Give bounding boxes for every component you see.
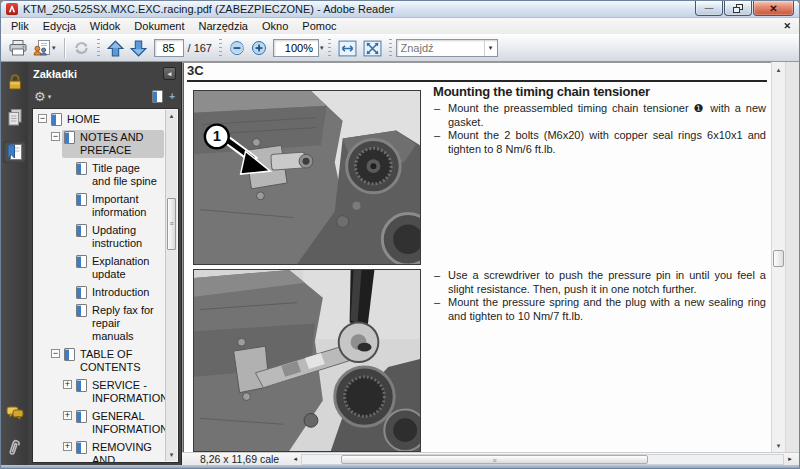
bookmarks-panel-icon[interactable] bbox=[3, 141, 26, 163]
bookmark-item-table-of-contents[interactable]: − TABLE OF CONTENTS bbox=[34, 347, 164, 375]
sync-button-disabled bbox=[70, 37, 93, 59]
share-document-button[interactable]: ▾ bbox=[30, 37, 59, 59]
expander-minus[interactable]: − bbox=[51, 132, 60, 141]
attachments-paperclip-icon[interactable] bbox=[3, 437, 26, 459]
print-button[interactable] bbox=[6, 37, 30, 59]
menu-pomoc[interactable]: Pomoc bbox=[295, 19, 343, 33]
main-toolbar: ▾ / 167 bbox=[1, 34, 799, 62]
bookmarks-tree-container: − HOME − NOTES AND PREFACE Title page an… bbox=[32, 108, 179, 463]
bookmark-page-icon bbox=[76, 162, 87, 175]
bookmark-item-removing-and-refitting-engine[interactable]: + REMOVING AND REFITTING ENGINE bbox=[34, 440, 164, 463]
scrollbar-track[interactable]: ≡ bbox=[301, 454, 784, 465]
zoom-out-button[interactable] bbox=[226, 37, 248, 59]
expander-plus[interactable]: + bbox=[63, 442, 72, 451]
bullet-item: – Mount the preassembled timing chain te… bbox=[433, 102, 766, 129]
bookmarks-scrollbar[interactable]: ▴ ≡ ▾ bbox=[165, 110, 177, 461]
main-area: Zakładki ◂ ⚙ ▾ + − HOME − bbox=[1, 62, 799, 465]
bookmark-page-icon bbox=[76, 255, 87, 268]
expander-plus[interactable]: + bbox=[63, 380, 72, 389]
expander-minus[interactable]: − bbox=[38, 114, 47, 123]
menu-plik[interactable]: Plik bbox=[4, 19, 36, 33]
expand-current-bookmark-button[interactable]: + bbox=[151, 90, 175, 103]
menu-narzedzia[interactable]: Narzędzia bbox=[191, 19, 255, 33]
bookmark-item-home[interactable]: − HOME bbox=[34, 112, 164, 127]
scroll-left-icon[interactable]: ◂ bbox=[289, 455, 301, 463]
page-thumbnails-icon[interactable] bbox=[3, 106, 26, 128]
title-bar: KTM_250-525SX.MXC.EXC.racing.pdf (ZABEZP… bbox=[1, 1, 799, 18]
bookmark-page-icon bbox=[51, 113, 62, 126]
options-gear-icon[interactable]: ⚙ bbox=[34, 90, 46, 103]
scrollbar-thumb[interactable]: ≡ bbox=[341, 455, 649, 464]
bookmark-page-icon bbox=[76, 379, 87, 392]
bullet-item: – Mount the pressure spring and the plug… bbox=[433, 296, 766, 323]
fit-page-button[interactable] bbox=[360, 37, 385, 59]
close-button[interactable]: ✕ bbox=[753, 1, 794, 16]
expander-plus[interactable]: + bbox=[63, 411, 72, 420]
menu-bar: Plik Edycja Widok Dokument Narzędzia Okn… bbox=[1, 18, 799, 34]
callout-number: 1 bbox=[213, 128, 221, 144]
bookmarks-panel: Zakładki ◂ ⚙ ▾ + − HOME − bbox=[28, 62, 182, 465]
fit-width-button[interactable] bbox=[335, 37, 360, 59]
zoom-in-icon bbox=[251, 40, 267, 56]
menu-dokument[interactable]: Dokument bbox=[127, 19, 191, 33]
options-caret-icon[interactable]: ▾ bbox=[48, 93, 52, 101]
bookmark-item-important-information[interactable]: Important information bbox=[34, 192, 164, 220]
page-number-input[interactable] bbox=[154, 39, 184, 57]
bookmark-item-introduction[interactable]: Introduction bbox=[34, 285, 164, 300]
scroll-down-icon[interactable]: ▾ bbox=[772, 439, 785, 452]
bookmark-item-service-informations[interactable]: + SERVICE - INFORMATIONS bbox=[34, 378, 164, 406]
minimize-button[interactable]: — bbox=[695, 1, 723, 16]
scroll-up-icon[interactable]: ▴ bbox=[772, 63, 785, 76]
menu-edycja[interactable]: Edycja bbox=[36, 19, 83, 33]
previous-page-button[interactable] bbox=[104, 37, 127, 59]
menu-okno[interactable]: Okno bbox=[255, 19, 295, 33]
menu-widok[interactable]: Widok bbox=[83, 19, 128, 33]
zoom-out-icon bbox=[229, 40, 245, 56]
bookmark-page-icon bbox=[76, 286, 87, 299]
sync-icon bbox=[73, 40, 90, 56]
scroll-up-icon[interactable]: ▴ bbox=[166, 110, 177, 122]
bookmark-item-general-information[interactable]: + GENERAL INFORMATION bbox=[34, 409, 164, 437]
section-heading: Mounting the timing chain tensioner bbox=[433, 84, 766, 99]
bookmark-item-updating-instruction[interactable]: Updating instruction bbox=[34, 223, 164, 251]
bookmark-item-title-page-and-file-spine[interactable]: Title page and file spine bbox=[34, 161, 164, 189]
panel-collapse-button[interactable]: ◂ bbox=[163, 67, 176, 80]
document-area: 3C bbox=[182, 62, 799, 452]
page-header-rule bbox=[187, 80, 767, 82]
zoom-level-select[interactable]: 100% bbox=[273, 39, 319, 57]
scroll-right-icon[interactable]: ▸ bbox=[784, 455, 796, 463]
instruction-block-top: Mounting the timing chain tensioner – Mo… bbox=[433, 84, 766, 156]
bookmarks-tree: − HOME − NOTES AND PREFACE Title page an… bbox=[34, 112, 164, 459]
next-page-button[interactable] bbox=[127, 37, 150, 59]
bookmark-page-icon bbox=[76, 441, 87, 454]
find-input[interactable] bbox=[397, 42, 484, 54]
page-count-label: / 167 bbox=[188, 42, 212, 54]
restore-icon bbox=[733, 4, 743, 13]
scrollbar-thumb[interactable]: ≡ bbox=[167, 198, 176, 250]
share-document-icon bbox=[33, 40, 51, 56]
horizontal-scrollbar[interactable]: ◂ ≡ ▸ bbox=[289, 453, 796, 466]
scroll-down-icon[interactable]: ▾ bbox=[166, 449, 177, 461]
bookmark-item-explanation-update[interactable]: Explanation update bbox=[34, 254, 164, 282]
bookmarks-panel-title: Zakładki bbox=[33, 68, 77, 80]
navigation-icon-strip bbox=[1, 62, 28, 465]
bookmark-item-notes-and-preface[interactable]: − NOTES AND PREFACE bbox=[34, 130, 164, 158]
zoom-caret-icon[interactable]: ▾ bbox=[320, 44, 324, 52]
bullet-item: – Mount the 2 bolts (M6x20) with copper … bbox=[433, 129, 766, 156]
vertical-scrollbar[interactable]: ▴ ▾ bbox=[771, 62, 786, 452]
restore-button[interactable] bbox=[724, 1, 752, 16]
expander-minus[interactable]: − bbox=[51, 349, 60, 358]
scrollbar-thumb[interactable] bbox=[773, 250, 784, 267]
security-lock-icon[interactable] bbox=[3, 71, 26, 93]
bookmark-page-icon bbox=[76, 193, 87, 206]
arrow-up-icon bbox=[107, 40, 124, 57]
zoom-in-button[interactable] bbox=[248, 37, 270, 59]
instruction-block-bottom: – Use a screwdriver to push the pressure… bbox=[433, 269, 766, 323]
bookmark-item-reply-fax-for-repair-manuals[interactable]: Reply fax for repair manuals bbox=[34, 303, 164, 344]
pdf-page: 3C bbox=[184, 63, 771, 452]
photo-tensioner-ratchet bbox=[193, 269, 421, 452]
comments-icon[interactable] bbox=[3, 402, 26, 424]
document-close-icon[interactable]: ✕ bbox=[783, 21, 791, 31]
bookmark-page-icon bbox=[76, 224, 87, 237]
find-caret-icon[interactable]: ▾ bbox=[484, 40, 497, 56]
